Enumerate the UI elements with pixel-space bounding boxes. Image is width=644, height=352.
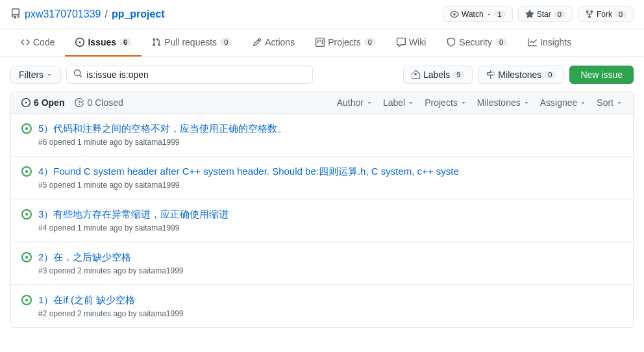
sort-filter[interactable]: Sort [597, 97, 623, 108]
star-label: Star [537, 10, 551, 19]
labels-button[interactable]: Labels 9 [403, 66, 473, 84]
issues-header-left: 6 Open 0 Closed [21, 97, 123, 108]
search-icon [73, 69, 82, 80]
assignee-filter-label: Assignee [540, 97, 578, 108]
issue-open-icon [21, 166, 32, 177]
tab-security-label: Security [459, 37, 492, 47]
issues-toolbar: Filters Labels 9 Milestones 0 New issue [0, 57, 644, 92]
tab-security-badge: 0 [495, 38, 507, 46]
top-actions: Watch 1 Star 0 Fork 0 [443, 6, 634, 22]
milestones-count: 0 [544, 71, 556, 79]
milestones-button[interactable]: Milestones 0 [478, 66, 564, 84]
watch-button[interactable]: Watch 1 [443, 6, 513, 22]
tab-pulls[interactable]: Pull requests 0 [142, 29, 242, 57]
issues-list: 5）代码和注释之间的空格不对，应当使用正确的空格数。 #6 opened 1 m… [11, 114, 633, 327]
open-count-label: 6 Open [34, 97, 64, 108]
repo-org-link[interactable]: pxw3170701339 [25, 8, 101, 20]
issue-row: 2）在，之后缺少空格 #3 opened 2 minutes ago by sa… [11, 242, 633, 285]
repo-title: pxw3170701339 / pp_project [10, 8, 165, 21]
issue-meta: #6 opened 1 minute ago by saitama1999 [38, 138, 623, 147]
milestones-filter[interactable]: Milestones [477, 97, 530, 108]
repo-name-link[interactable]: pp_project [112, 8, 165, 20]
labels-label: Labels [423, 69, 450, 80]
issues-header-right: Author Label Projects Milestones Assigne… [337, 97, 623, 108]
tab-wiki[interactable]: Wiki [386, 29, 436, 57]
tab-pulls-label: Pull requests [164, 37, 217, 47]
tab-issues-label: Issues [88, 37, 116, 47]
author-filter[interactable]: Author [337, 97, 373, 108]
tab-issues-badge: 6 [119, 38, 131, 46]
tab-insights-label: Insights [540, 37, 571, 47]
projects-filter-label: Projects [425, 97, 458, 108]
tab-code-label: Code [33, 37, 55, 47]
milestones-filter-label: Milestones [477, 97, 521, 108]
issue-title[interactable]: 1）在if (之前 缺少空格 [38, 294, 135, 305]
issues-container: 6 Open 0 Closed Author Label Projects Mi… [10, 92, 634, 328]
tab-projects-badge: 0 [364, 38, 376, 46]
issue-meta: #4 opened 1 minute ago by saitama1999 [38, 223, 623, 233]
issue-row: 5）代码和注释之间的空格不对，应当使用正确的空格数。 #6 opened 1 m… [11, 114, 633, 157]
issue-content: 5）代码和注释之间的空格不对，应当使用正确的空格数。 #6 opened 1 m… [38, 123, 623, 147]
issue-row: 4）Found C system header after C++ system… [11, 157, 633, 199]
nav-tabs: Code Issues 6 Pull requests 0 Actions Pr… [0, 29, 644, 57]
new-issue-button[interactable]: New issue [569, 66, 634, 84]
issue-content: 4）Found C system header after C++ system… [38, 166, 623, 190]
fork-label: Fork [597, 10, 612, 19]
issue-content: 2）在，之后缺少空格 #3 opened 2 minutes ago by sa… [38, 251, 623, 275]
repo-icon [10, 8, 21, 21]
assignee-filter[interactable]: Assignee [540, 97, 587, 108]
watch-label: Watch [462, 10, 484, 19]
projects-filter[interactable]: Projects [425, 97, 467, 108]
search-input[interactable] [86, 69, 306, 80]
star-button[interactable]: Star 0 [518, 6, 573, 22]
issue-meta: #2 opened 2 minutes ago by saitama1999 [38, 309, 623, 318]
issue-title[interactable]: 3）有些地方存在异常缩进，应正确使用缩进 [38, 208, 229, 220]
tab-security[interactable]: Security 0 [436, 29, 517, 57]
open-count[interactable]: 6 Open [21, 97, 64, 108]
milestones-label: Milestones [498, 69, 541, 80]
author-filter-label: Author [337, 97, 364, 108]
tab-actions[interactable]: Actions [242, 29, 305, 57]
issue-content: 1）在if (之前 缺少空格 #2 opened 2 minutes ago b… [38, 294, 623, 318]
tab-code[interactable]: Code [10, 29, 65, 57]
filters-label: Filters [19, 69, 43, 80]
fork-button[interactable]: Fork 0 [578, 6, 634, 22]
filters-button[interactable]: Filters [10, 66, 61, 84]
issues-header: 6 Open 0 Closed Author Label Projects Mi… [11, 92, 633, 114]
issue-open-icon [21, 252, 32, 262]
tab-pulls-badge: 0 [220, 38, 232, 46]
watch-count: 1 [494, 10, 506, 18]
issue-meta: #5 opened 1 minute ago by saitama1999 [38, 181, 623, 190]
top-bar: pxw3170701339 / pp_project Watch 1 Star … [0, 0, 644, 29]
issue-content: 3）有些地方存在异常缩进，应正确使用缩进 #4 opened 1 minute … [38, 208, 623, 233]
closed-count[interactable]: 0 Closed [75, 97, 123, 108]
issue-title[interactable]: 4）Found C system header after C++ system… [38, 166, 459, 177]
fork-count: 0 [615, 10, 626, 18]
sort-filter-label: Sort [597, 97, 613, 108]
repo-sep: / [105, 8, 107, 20]
tab-actions-label: Actions [265, 37, 295, 47]
issue-title[interactable]: 5）代码和注释之间的空格不对，应当使用正确的空格数。 [38, 123, 287, 134]
search-box[interactable] [66, 65, 313, 84]
tab-issues[interactable]: Issues 6 [65, 29, 142, 57]
labels-count: 9 [452, 71, 464, 79]
star-count: 0 [554, 10, 565, 18]
issue-open-icon [21, 209, 32, 220]
tab-insights[interactable]: Insights [517, 29, 582, 57]
issue-row: 1）在if (之前 缺少空格 #2 opened 2 minutes ago b… [11, 285, 633, 327]
label-filter[interactable]: Label [383, 97, 414, 108]
issue-open-icon [21, 123, 32, 134]
toolbar-right: Labels 9 Milestones 0 New issue [403, 66, 634, 84]
toolbar-left: Filters [10, 65, 313, 84]
issue-meta: #3 opened 2 minutes ago by saitama1999 [38, 266, 623, 275]
issue-row: 3）有些地方存在异常缩进，应正确使用缩进 #4 opened 1 minute … [11, 199, 633, 242]
tab-projects[interactable]: Projects 0 [305, 29, 386, 57]
label-filter-label: Label [383, 97, 405, 108]
closed-count-label: 0 Closed [87, 97, 123, 108]
tab-wiki-label: Wiki [409, 37, 426, 47]
issue-title[interactable]: 2）在，之后缺少空格 [38, 251, 131, 262]
issue-open-icon [21, 295, 32, 305]
tab-projects-label: Projects [328, 37, 361, 47]
